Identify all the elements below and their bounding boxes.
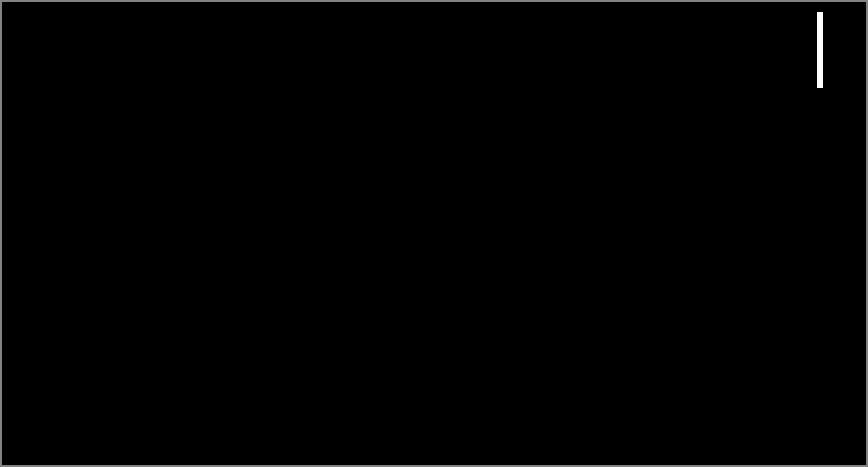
t3b-indicator-label bbox=[9, 376, 16, 385]
chart-window-titlebar[interactable] bbox=[2, 2, 866, 11]
chart-canvas[interactable] bbox=[2, 2, 866, 465]
scrollbar-thumb[interactable] bbox=[817, 12, 823, 88]
t3a-indicator-label bbox=[9, 304, 16, 313]
chart-window bbox=[0, 0, 868, 467]
cmf-indicator-label bbox=[9, 261, 16, 271]
